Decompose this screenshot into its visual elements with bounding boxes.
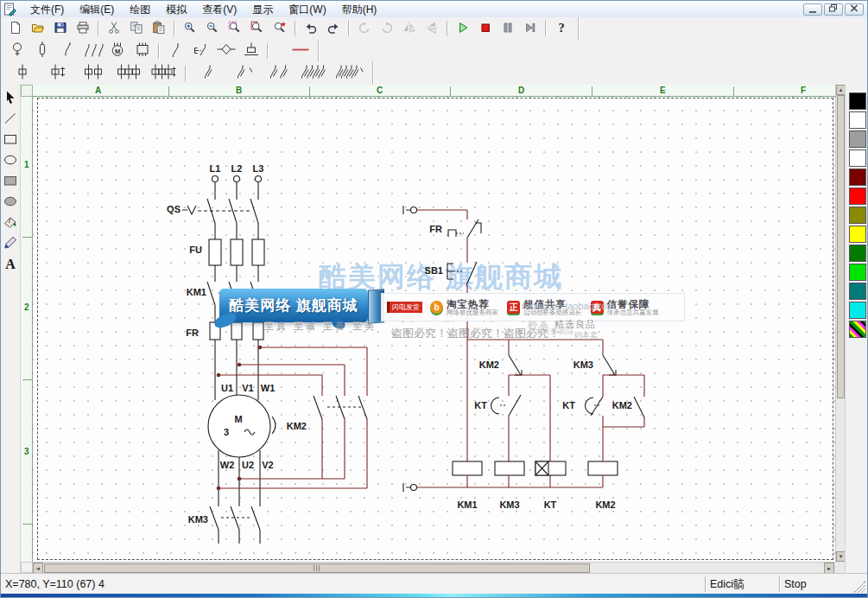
select-button[interactable]	[2, 89, 20, 108]
zoom-all-button[interactable]	[269, 19, 290, 38]
zoom-page-button[interactable]	[247, 19, 268, 38]
line-button[interactable]	[2, 110, 20, 129]
horizontal-scrollbar[interactable]: ◄ ►	[33, 562, 835, 573]
diamond-button[interactable]	[214, 41, 238, 60]
document-icon[interactable]	[3, 3, 19, 16]
run-button[interactable]	[453, 19, 473, 38]
coil-triple-button[interactable]	[111, 64, 145, 83]
chip-button[interactable]	[130, 41, 154, 60]
minimize-button[interactable]	[803, 3, 822, 16]
color-swatch-00e400[interactable]	[849, 264, 866, 281]
resize-grip[interactable]	[853, 581, 865, 593]
restore-button[interactable]	[824, 3, 843, 16]
rect-button[interactable]	[2, 130, 20, 150]
color-swatch-ffffff[interactable]	[849, 150, 866, 167]
menu-item-6[interactable]: 窗口(W)	[281, 3, 333, 16]
menu-item-0[interactable]: 文件(F)	[22, 3, 72, 16]
menu-item-1[interactable]: 编辑(E)	[72, 3, 122, 16]
rotate-right-button[interactable]	[377, 19, 397, 38]
help-button[interactable]: ?	[551, 19, 572, 38]
ruler-row-label: 3	[24, 447, 29, 456]
menu-item-4[interactable]: 查看(V)	[194, 3, 244, 16]
color-swatch-custom[interactable]	[849, 321, 866, 338]
save-button[interactable]	[50, 19, 71, 38]
lamp-button[interactable]	[5, 41, 29, 60]
color-swatch-ffffff[interactable]	[849, 111, 866, 129]
fuse-button[interactable]	[30, 41, 54, 60]
wire-button[interactable]	[288, 41, 312, 60]
vertical-scroll-thumb[interactable]	[837, 95, 845, 398]
text-button[interactable]: A	[2, 255, 20, 274]
ruler-corner	[21, 85, 33, 97]
zoom-out-button[interactable]	[202, 19, 223, 38]
stop-button[interactable]	[475, 19, 496, 38]
contact-e-button[interactable]	[189, 41, 212, 60]
color-swatch-007a7a[interactable]	[849, 283, 866, 300]
cut-icon	[107, 21, 121, 37]
coil-button[interactable]	[5, 64, 39, 83]
menu-item-3[interactable]: 模拟	[158, 3, 194, 16]
color-swatch-8a8a00[interactable]	[849, 207, 866, 224]
toolbar-coils-contacts	[1, 61, 867, 86]
color-swatch-ffff00[interactable]	[849, 226, 866, 243]
redo-button[interactable]	[323, 19, 344, 38]
pause-button[interactable]	[497, 19, 518, 38]
wire-icon	[289, 41, 312, 60]
ellipse-button[interactable]	[2, 151, 20, 170]
coil-triple-tap-button[interactable]	[147, 64, 181, 83]
drawing-canvas[interactable]: 酷美网络 旗舰商城 rentiyishu.taobao.com 至真 至诚 至善…	[33, 97, 835, 562]
motor-button[interactable]: M	[105, 41, 129, 60]
scroll-grip	[314, 565, 320, 571]
close-button[interactable]	[845, 3, 864, 16]
close-icon	[848, 3, 860, 16]
filled-rect-button[interactable]	[2, 172, 20, 191]
zoom-window-button[interactable]	[225, 19, 245, 38]
color-swatch-00eaea[interactable]	[849, 302, 866, 319]
zoom-in-button[interactable]	[180, 19, 200, 38]
vertical-scrollbar[interactable]: ▲ ▼	[835, 85, 845, 562]
blade-break-icon	[229, 63, 258, 83]
status-sim-state: Stop	[781, 578, 853, 590]
new-icon	[9, 21, 22, 37]
lamp-icon	[6, 41, 29, 60]
canvas-frame: ABCDEF 123 酷美网络 旗舰商城 rentiyishu.taobao.c…	[21, 85, 845, 573]
paste-button[interactable]	[149, 19, 169, 38]
capacitor-button[interactable]	[239, 41, 263, 60]
zoom-page-icon	[250, 21, 264, 37]
blade-quad-button[interactable]	[297, 64, 331, 83]
rotate-left-button[interactable]	[354, 19, 375, 38]
fill-button[interactable]	[2, 213, 20, 232]
open-button[interactable]	[28, 19, 48, 38]
coil-tap-button[interactable]	[41, 64, 74, 83]
coil-icon	[8, 63, 37, 83]
flip-vertical-icon	[425, 21, 439, 37]
horizontal-scroll-thumb[interactable]	[44, 563, 590, 573]
print-button[interactable]	[73, 19, 93, 38]
step-button[interactable]	[520, 19, 541, 38]
menu-item-7[interactable]: 帮助(H)	[334, 3, 385, 16]
color-swatch-9e9e9e[interactable]	[849, 130, 866, 148]
color-swatch-ff0000[interactable]	[849, 188, 866, 205]
contact-button[interactable]	[164, 41, 187, 60]
blade-quad-break-button[interactable]	[333, 64, 366, 83]
switch-group-button[interactable]	[80, 41, 104, 60]
coil-double-button[interactable]	[76, 64, 110, 83]
color-swatch-7a0000[interactable]	[849, 169, 866, 186]
contact-icon	[165, 41, 187, 60]
color-swatch-000000[interactable]	[849, 92, 866, 110]
menu-item-2[interactable]: 绘图	[122, 3, 158, 16]
cut-button[interactable]	[104, 19, 124, 38]
flip-horizontal-button[interactable]	[399, 19, 420, 38]
filled-ellipse-button[interactable]	[2, 193, 20, 212]
blade-break-button[interactable]	[226, 64, 260, 83]
color-swatch-007a00[interactable]	[849, 245, 866, 262]
menu-item-5[interactable]: 显示	[244, 3, 281, 16]
switch-button[interactable]	[55, 41, 79, 60]
flip-vertical-button[interactable]	[421, 19, 442, 38]
new-button[interactable]	[5, 19, 26, 38]
blade-button[interactable]	[191, 64, 225, 83]
blade-double-button[interactable]	[262, 64, 295, 83]
copy-button[interactable]	[126, 19, 147, 38]
eyedropper-button[interactable]	[2, 234, 20, 253]
undo-button[interactable]	[301, 19, 321, 38]
